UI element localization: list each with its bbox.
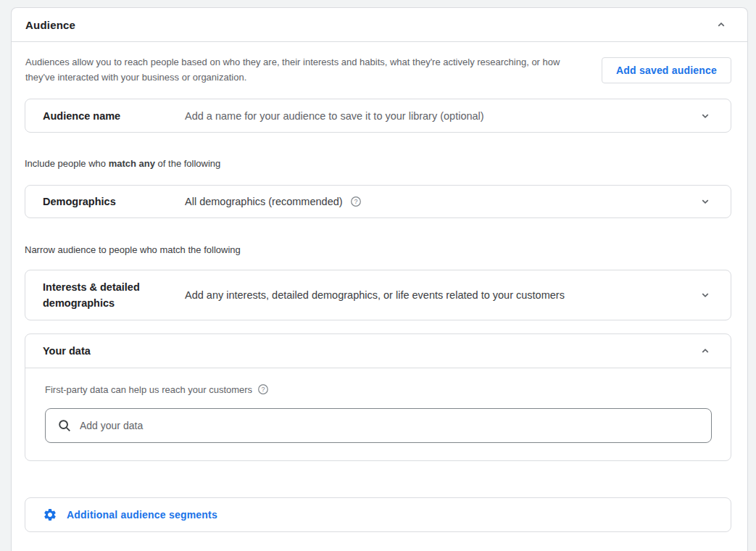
narrow-text: Narrow audience to people who match the …	[25, 244, 731, 255]
additional-audience-segments-button[interactable]: Additional audience segments	[25, 497, 731, 532]
first-party-helper-label: First-party data can help us reach your …	[45, 384, 252, 395]
include-text-bold: match any	[109, 158, 155, 169]
chevron-up-icon[interactable]	[698, 344, 713, 358]
include-text-prefix: Include people who	[25, 158, 109, 169]
your-data-body: First-party data can help us reach your …	[25, 368, 731, 460]
audience-panel-header[interactable]: Audience	[12, 8, 747, 42]
interests-detailed-demographics-row[interactable]: Interests & detailed demographics Add an…	[25, 270, 731, 320]
your-data-section: Your data First-party data can help us r…	[25, 334, 731, 461]
audience-name-row[interactable]: Audience name Add a name for your audien…	[25, 99, 731, 133]
svg-text:?: ?	[262, 386, 265, 393]
gear-icon	[43, 508, 57, 522]
chevron-down-icon[interactable]	[698, 194, 713, 209]
audience-description: Audiences allow you to reach people base…	[25, 54, 587, 85]
audience-name-placeholder: Add a name for your audience to save it …	[185, 110, 484, 122]
first-party-helper-text: First-party data can help us reach your …	[45, 384, 712, 395]
search-icon	[57, 418, 72, 433]
additional-segments-label: Additional audience segments	[67, 509, 217, 521]
audience-name-label: Audience name	[43, 108, 185, 124]
audience-panel: Audience Audiences allow you to reach pe…	[11, 7, 748, 551]
svg-text:?: ?	[354, 198, 357, 205]
page-background: Audience Audiences allow you to reach pe…	[0, 0, 756, 551]
help-icon[interactable]: ?	[350, 196, 362, 207]
add-your-data-input[interactable]	[80, 420, 701, 431]
chevron-up-icon[interactable]	[714, 17, 728, 32]
add-your-data-searchbox[interactable]	[45, 408, 712, 443]
interests-placeholder: Add any interests, detailed demographics…	[185, 289, 565, 301]
your-data-header[interactable]: Your data	[25, 334, 731, 368]
panel-title: Audience	[25, 19, 75, 31]
include-text: Include people who match any of the foll…	[25, 158, 731, 169]
demographics-label: Demographics	[43, 194, 185, 210]
description-row: Audiences allow you to reach people base…	[25, 54, 731, 85]
help-icon[interactable]: ?	[257, 384, 269, 395]
chevron-down-icon[interactable]	[698, 109, 713, 123]
your-data-label: Your data	[43, 343, 102, 359]
audience-panel-body: Audiences allow you to reach people base…	[12, 54, 747, 532]
interests-label: Interests & detailed demographics	[43, 279, 185, 311]
add-saved-audience-button[interactable]: Add saved audience	[602, 57, 731, 83]
demographics-row[interactable]: Demographics All demographics (recommend…	[25, 185, 731, 218]
demographics-value: All demographics (recommended)	[185, 196, 343, 207]
include-text-suffix: of the following	[155, 158, 220, 169]
chevron-down-icon[interactable]	[698, 288, 713, 302]
